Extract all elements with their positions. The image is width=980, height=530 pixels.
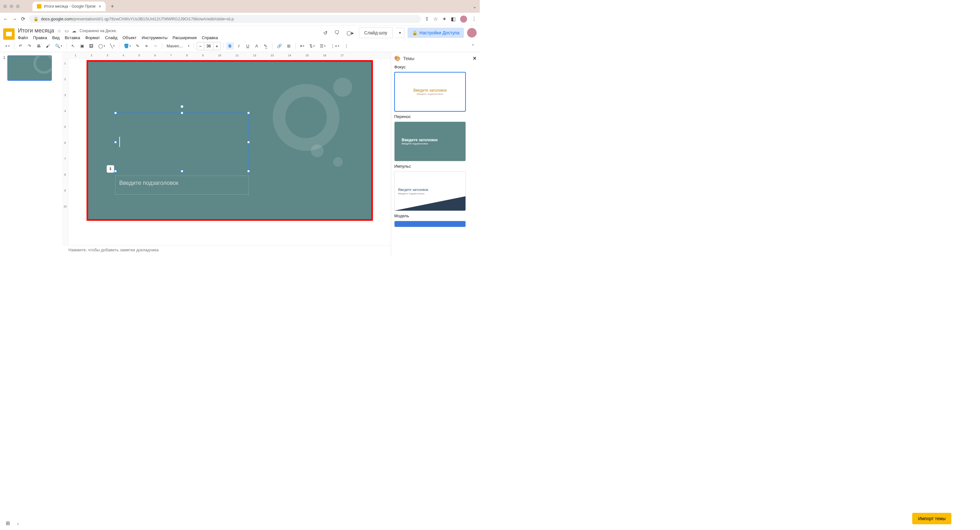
collapse-toolbar-icon[interactable]: ⌃ (469, 42, 477, 49)
cloud-icon[interactable]: ☁ (72, 28, 76, 33)
menu-slide[interactable]: Слайд (105, 35, 118, 40)
bookmark-icon[interactable]: ☆ (433, 16, 438, 22)
sidepanel-icon[interactable]: ◧ (451, 16, 456, 22)
extensions-icon[interactable]: ✶ (442, 16, 446, 22)
resize-handle[interactable] (247, 141, 250, 143)
fill-color-button[interactable]: 🪣 (122, 42, 133, 49)
theme-card-fokus[interactable]: Введите заголовок Введите подзаголовок (394, 72, 466, 111)
circle-decoration (333, 157, 343, 167)
slides-logo-icon[interactable] (3, 28, 14, 40)
line-button[interactable]: ╲ (108, 42, 116, 49)
insert-comment-button[interactable]: ⊞ (285, 42, 293, 49)
title-textbox-selected[interactable]: ⇕ (115, 113, 249, 172)
slide-main[interactable]: ⇕ Введите подзаголовок (86, 60, 373, 221)
image-button[interactable]: 🖼 (87, 42, 95, 49)
border-weight-button[interactable]: ≡ (143, 42, 151, 49)
font-size-decrease[interactable]: − (197, 42, 204, 50)
paint-format-button[interactable]: 🖌 (44, 42, 52, 49)
more-button[interactable]: ⋮ (342, 42, 350, 49)
resize-handle[interactable] (247, 170, 250, 172)
slide-thumbnail-row[interactable]: 1 (3, 55, 59, 81)
new-slide-button[interactable]: + (3, 42, 11, 49)
theme-card-model[interactable] (394, 221, 466, 227)
insert-link-button[interactable]: 🔗 (275, 42, 284, 49)
omnibox[interactable]: 🔒 docs.google.com/presentation/d/1-qp78z… (29, 15, 421, 23)
new-tab-button[interactable]: + (109, 3, 116, 10)
slide-thumb-1[interactable] (7, 55, 52, 81)
bold-button[interactable]: B (226, 42, 234, 49)
line-spacing-button[interactable]: ⇅ (307, 42, 317, 49)
window-controls[interactable] (3, 5, 20, 8)
theme-label-model: Модель (394, 213, 477, 218)
undo-button[interactable]: ↶ (17, 42, 24, 49)
text-color-button[interactable]: A (253, 42, 261, 49)
menu-file[interactable]: Файл (18, 35, 28, 40)
numbered-list-button[interactable]: ☰ (318, 42, 328, 49)
resize-handle[interactable] (181, 111, 183, 114)
underline-button[interactable]: U (244, 42, 252, 49)
reload-icon[interactable]: ⟳ (21, 16, 25, 22)
forward-icon[interactable]: → (12, 16, 17, 22)
resize-handle[interactable] (181, 170, 183, 172)
menu-extensions[interactable]: Расширения (172, 35, 197, 40)
subtitle-placeholder[interactable]: Введите подзаголовок (115, 176, 249, 195)
back-icon[interactable]: ← (3, 16, 8, 22)
move-folder-icon[interactable]: ▭ (65, 28, 69, 33)
speaker-notes[interactable]: Нажмите, чтобы добавить заметки докладчи… (62, 245, 391, 255)
present-video-icon[interactable]: ▢▸ (345, 28, 356, 38)
menu-insert[interactable]: Вставка (65, 35, 80, 40)
menu-view[interactable]: Вид (52, 35, 60, 40)
rotate-handle[interactable] (180, 105, 184, 108)
ruler-horizontal: 1234567891011121314151617 (62, 52, 391, 59)
border-dash-button[interactable]: ╌ (152, 42, 159, 49)
slideshow-dropdown[interactable]: ▾ (396, 28, 404, 38)
share-button[interactable]: 🔒 Настройки Доступа (407, 28, 464, 38)
comments-icon[interactable]: 🗨 (332, 28, 341, 38)
profile-avatar-icon[interactable] (460, 16, 467, 22)
theme-label-impuls: Импульс (394, 164, 477, 169)
zoom-button[interactable]: 🔍 (53, 42, 64, 49)
menu-format[interactable]: Формат (85, 35, 100, 40)
history-icon[interactable]: ↺ (321, 28, 329, 38)
slides-thumbnail-panel[interactable]: 1 (0, 52, 62, 255)
font-size-stepper[interactable]: − + (197, 42, 221, 50)
highlight-button[interactable]: ✎̲ (262, 42, 269, 49)
slideshow-button[interactable]: Слайд-шоу (359, 27, 393, 38)
theme-card-perenos[interactable]: Введите заголовок Введите подзаголовок (394, 121, 466, 161)
redo-button[interactable]: ↷ (26, 42, 33, 49)
menu-edit[interactable]: Правка (33, 35, 47, 40)
resize-handle[interactable] (114, 170, 117, 172)
canvas[interactable]: ⇕ Введите подзаголовок (68, 59, 391, 245)
menu-help[interactable]: Справка (202, 35, 218, 40)
bulleted-list-button[interactable]: ⋮= (329, 42, 341, 49)
tab-title: Итоги месяца - Google Презе (44, 4, 96, 9)
browser-tab[interactable]: Итоги месяца - Google Презе × (32, 2, 106, 11)
textbox-button[interactable]: ▣ (78, 42, 86, 49)
close-panel-icon[interactable]: ✕ (473, 55, 477, 61)
menu-tools[interactable]: Инструменты (142, 35, 167, 40)
select-tool-button[interactable]: ↖ (69, 42, 77, 49)
font-size-increase[interactable]: + (213, 42, 221, 50)
workspace: 1 1234567891011121314151617 12345678910 (0, 52, 480, 255)
font-family-select[interactable]: Maven…▾ (165, 42, 191, 49)
shape-button[interactable]: ◯ (96, 42, 107, 49)
doc-title[interactable]: Итоги месяца (18, 27, 54, 34)
border-color-button[interactable]: ✎ (134, 42, 142, 49)
resize-handle[interactable] (114, 111, 117, 114)
tab-close-icon[interactable]: × (99, 4, 101, 9)
menu-object[interactable]: Объект (123, 35, 137, 40)
star-icon[interactable]: ☆ (57, 28, 61, 33)
resize-handle[interactable] (114, 141, 117, 143)
italic-button[interactable]: I (235, 42, 243, 49)
resize-handle[interactable] (247, 111, 250, 114)
share-url-icon[interactable]: ⇪ (425, 16, 429, 22)
align-button[interactable]: ≡ (298, 42, 306, 49)
account-avatar-icon[interactable] (467, 28, 477, 38)
theme-card-impuls[interactable]: Введите заголовок Введите подзаголовок (394, 171, 466, 211)
browser-menu-icon[interactable]: ⋮ (471, 16, 477, 22)
tab-overflow-icon[interactable]: ⌄ (473, 3, 477, 10)
autofit-icon[interactable]: ⇕ (107, 165, 114, 173)
slides-favicon-icon (37, 4, 41, 9)
print-button[interactable]: 🖶 (35, 42, 43, 49)
font-size-input[interactable] (204, 43, 213, 49)
